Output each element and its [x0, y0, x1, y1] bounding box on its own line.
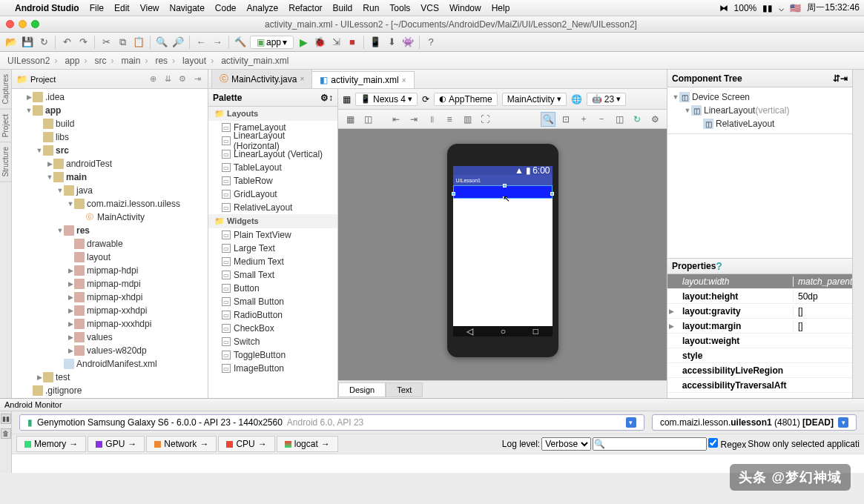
menu-window[interactable]: Window [449, 3, 481, 13]
process-select[interactable]: com.maizi.lesson.uilesson1 (4801) [DEAD]… [652, 414, 857, 431]
breadcrumb-item[interactable]: UILesson2 [4, 55, 60, 67]
tree-node[interactable]: ▼main [12, 170, 208, 184]
refresh-icon[interactable]: ↻ [630, 112, 644, 127]
close-tab-icon[interactable]: × [402, 76, 406, 84]
tree-node[interactable]: ▼src [12, 144, 208, 157]
gpu-tab[interactable]: GPU→ [88, 436, 145, 452]
tree-node[interactable]: ▶test [12, 371, 208, 384]
grid-icon[interactable]: ▦ [343, 112, 357, 127]
android-monitor-title[interactable]: Android Monitor [0, 399, 864, 411]
run-button[interactable]: ▶ [297, 36, 310, 49]
tree-node[interactable]: ⓒMainActivity [12, 210, 208, 224]
gear-icon[interactable]: ⚙ [320, 93, 329, 103]
make-icon[interactable]: 🔨 [234, 36, 247, 49]
menu-file[interactable]: File [90, 3, 104, 13]
palette-item[interactable]: ▭Plain TextView [208, 228, 337, 242]
property-row[interactable]: accessibilityTraversalAft [667, 378, 852, 393]
property-row[interactable]: layout:weight [667, 334, 852, 348]
logcat-tab[interactable]: logcat→ [277, 436, 338, 452]
sdk-manager-icon[interactable]: ⬇ [385, 36, 398, 49]
tab-main-activity[interactable]: ⓒMainActivity.java× [211, 69, 312, 88]
theme-select[interactable]: ◐ AppTheme [434, 93, 498, 106]
tree-node[interactable]: ▼app [12, 104, 208, 117]
structure-tab[interactable]: Structure [0, 142, 11, 182]
gear-icon[interactable]: ⚙ [177, 73, 188, 85]
tree-node[interactable]: ▶mipmap-xhdpi [12, 291, 208, 304]
memory-tab[interactable]: Memory→ [16, 436, 86, 452]
tree-node[interactable]: libs [12, 130, 208, 144]
property-row[interactable]: layout:height50dp [667, 289, 852, 304]
property-row[interactable]: ▶layout:margin[] [667, 319, 852, 334]
zoom-window-button[interactable] [31, 20, 39, 28]
expand-icon[interactable]: ⇵ [833, 73, 840, 84]
pause-icon[interactable]: ▮▮ [1, 414, 11, 424]
palette-item[interactable]: ▭CheckBox [208, 322, 337, 335]
sort-icon[interactable]: ↕ [329, 93, 333, 103]
menu-navigate[interactable]: Navigate [169, 3, 204, 13]
activity-select[interactable]: MainActivity ▾ [502, 93, 567, 106]
palette-item[interactable]: ▭Small Button [208, 295, 337, 308]
palette-item[interactable]: ▭GridLayout [208, 188, 337, 201]
tree-node[interactable]: layout [12, 251, 208, 264]
palette-item[interactable]: ▭TableLayout [208, 161, 337, 174]
bluetooth-icon[interactable]: ⧓ [719, 3, 728, 13]
text-tab[interactable]: Text [386, 382, 423, 397]
align-right-icon[interactable]: ⇥ [406, 112, 421, 127]
tree-node[interactable]: ▶androidTest [12, 157, 208, 170]
hide-panel-icon[interactable]: ⇥ [840, 73, 848, 84]
filter-select[interactable]: Show only selected applicati [748, 439, 860, 449]
breadcrumb-item[interactable]: activity_main.xml [218, 55, 296, 67]
tree-node[interactable]: ▼java [12, 184, 208, 197]
menu-vcs[interactable]: VCS [421, 3, 439, 13]
run-config-select[interactable]: ▣app▾ [250, 36, 294, 49]
open-icon[interactable]: 📂 [4, 36, 18, 49]
menu-run[interactable]: Run [363, 3, 379, 13]
menu-help[interactable]: Help [492, 3, 510, 13]
palette-item[interactable]: ▭Large Text [208, 242, 337, 255]
align-left-icon[interactable]: ⇤ [389, 112, 403, 127]
palette-item[interactable]: ▭LinearLayout (Vertical) [208, 147, 337, 161]
cut-icon[interactable]: ✂ [99, 36, 113, 49]
breadcrumb-item[interactable]: res [152, 55, 178, 67]
replace-icon[interactable]: 🔎 [171, 36, 185, 49]
viewport-icon[interactable]: ▦ [343, 94, 351, 105]
zoom-fit-icon[interactable]: 🔍 [541, 112, 555, 127]
regex-checkbox[interactable]: Regex [708, 438, 746, 450]
selected-relativelayout[interactable]: ↖ [453, 185, 553, 199]
attach-debugger-icon[interactable]: ⇲ [329, 36, 343, 49]
palette-item[interactable]: ▭ToggleButton [208, 348, 337, 362]
project-view-title[interactable]: Project [30, 75, 144, 84]
captures-tab[interactable]: Captures [0, 70, 11, 110]
android-monitor-icon[interactable]: 👾 [401, 36, 415, 49]
menu-refactor[interactable]: Refactor [288, 3, 322, 13]
tree-node[interactable]: ▶values-w820dp [12, 344, 208, 357]
tree-node[interactable]: ▼res [12, 224, 208, 237]
close-tab-icon[interactable]: × [300, 75, 304, 83]
close-window-button[interactable] [6, 20, 14, 28]
menu-analyze[interactable]: Analyze [247, 3, 279, 13]
menu-view[interactable]: View [140, 3, 159, 13]
component-node[interactable]: ▼◫LinearLayout (vertical) [667, 104, 852, 117]
sync-icon[interactable]: ↻ [37, 36, 50, 49]
cpu-tab[interactable]: CPU→ [218, 436, 274, 452]
scroll-from-source-icon[interactable]: ⊕ [147, 73, 159, 85]
undo-icon[interactable]: ↶ [60, 36, 73, 49]
back-icon[interactable]: ← [194, 36, 208, 49]
menu-build[interactable]: Build [333, 3, 353, 13]
tree-node[interactable]: AndroidManifest.xml [12, 357, 208, 371]
find-icon[interactable]: 🔍 [155, 36, 168, 49]
menu-edit[interactable]: Edit [114, 3, 130, 13]
device-select[interactable]: 📱 Nexus 4 ▾ [355, 93, 418, 106]
tree-node[interactable]: ▶mipmap-mdpi [12, 277, 208, 291]
menu-tools[interactable]: Tools [389, 3, 410, 13]
property-row[interactable]: accessibilityLiveRegion [667, 363, 852, 378]
help-icon[interactable]: ? [716, 260, 722, 272]
collapse-all-icon[interactable]: ⇊ [162, 73, 174, 85]
palette-item[interactable]: ▭LinearLayout (Horizontal) [208, 134, 337, 147]
palette-item[interactable]: ▭Button [208, 282, 337, 295]
property-row[interactable]: style [667, 348, 852, 363]
distribute-v-icon[interactable]: ≡ [442, 112, 457, 127]
breadcrumb-item[interactable]: layout [179, 55, 217, 67]
tree-node[interactable]: drawable [12, 237, 208, 251]
help-icon[interactable]: ? [424, 36, 438, 49]
